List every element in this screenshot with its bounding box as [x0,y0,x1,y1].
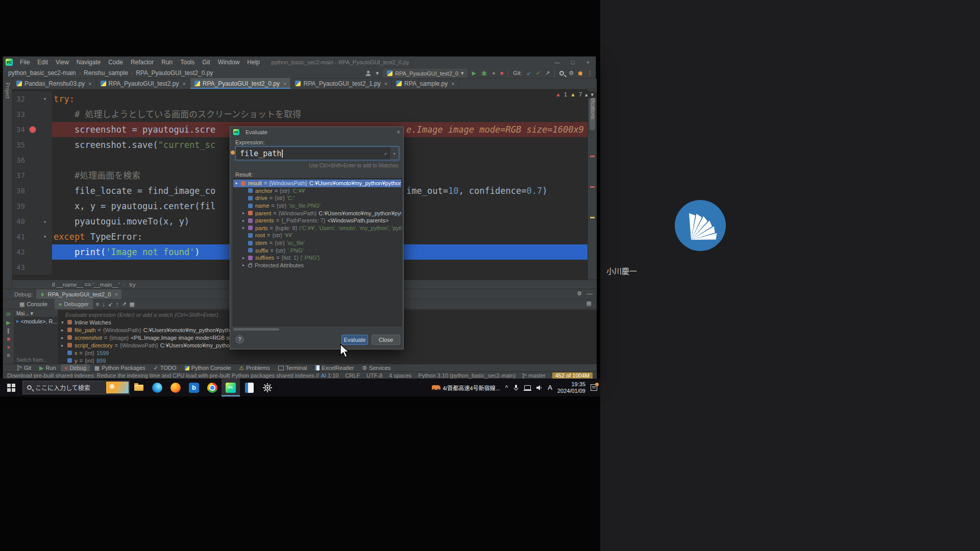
caret-position[interactable]: 1:10 [328,372,338,379]
fold-marker-icon[interactable]: ▾ [38,229,52,244]
dialog-close-icon[interactable]: × [397,129,400,136]
git-branch-widget[interactable]: master [522,372,546,379]
expression-input[interactable]: file_path ↗ ▾ [235,146,399,160]
toolwindow-python-packages[interactable]: ▦ Python Packages [91,364,149,372]
tab-rpa-test2[interactable]: RPA_PyautoGUI_test2.py × [96,78,190,89]
tab-rpa-test2-1[interactable]: RPA_PyautoGUI_test2_1.py × [291,78,392,89]
expand-editor-icon[interactable]: ↗ [381,151,389,156]
tree-row[interactable]: ▸ parts = {tuple: 8} ('C:¥¥', 'Users', '… [233,224,401,232]
toolwindow-terminal[interactable]: Terminal [275,364,311,372]
next-problem-icon[interactable]: ▾ [591,92,594,97]
prev-problem-icon[interactable]: ▴ [585,92,588,97]
run-configuration-select[interactable]: RPA_PyautoGUI_test2_0 ▾ [383,69,467,78]
tree-row[interactable]: stem = {str} 'sc_file' [233,239,401,247]
pause-icon[interactable]: ∥ [7,328,10,334]
close-dialog-button[interactable]: Close [372,335,400,345]
gutter[interactable] [38,198,52,214]
run-button[interactable]: ▶ [472,70,476,76]
breadcrumb-module[interactable]: Renshu_sample [84,69,128,77]
search-everywhere-icon[interactable] [559,71,564,76]
gutter[interactable] [38,244,52,260]
warning-stripe-mark[interactable] [590,217,595,218]
debug-minimize-icon[interactable]: — [587,291,593,296]
variable-row[interactable]: x = {int} 1599 [58,349,597,357]
settings-button[interactable] [258,379,277,396]
tab-close-icon[interactable]: × [88,81,91,87]
view-breakpoints-icon[interactable]: ● [7,344,10,350]
protected-attributes-row[interactable]: ▸ Protected Attributes [233,262,401,269]
tab-rpa-sample[interactable]: RPA_sample.py × [392,78,459,89]
menu-file[interactable]: File [16,57,33,68]
line-number[interactable]: 33 [12,107,38,122]
menu-navigate[interactable]: Navigate [73,57,104,68]
step-over-icon[interactable]: ↓ [102,302,105,307]
menu-view[interactable]: View [52,57,72,68]
git-push-icon[interactable]: ↗ [545,70,550,76]
toolwindow-excelreader[interactable]: ExcelReader [311,364,357,372]
taskbar-search-input[interactable]: ここに入力して検索 [22,381,130,394]
stop-icon[interactable]: ■ [7,336,10,342]
tab-close-icon[interactable]: × [384,81,387,87]
interpreter-indicator[interactable]: Python 3.10 (python_basic_sec2-main) [418,372,516,379]
horizontal-scrollbar[interactable] [233,328,401,331]
line-number[interactable]: 37 [12,168,38,183]
code-text[interactable]: # 処理しようとしている画面のスクリーンショットを取得 [52,107,587,122]
expand-icon[interactable]: ▸ [242,226,248,230]
run-to-cursor-icon[interactable]: ↗ [121,302,126,307]
tab-pandas-renshu03[interactable]: Pandas_Renshu03.py × [12,78,96,89]
debugger-tab[interactable]: ● Debugger [55,299,93,309]
history-dropdown-icon[interactable]: ▾ [389,147,399,160]
expand-icon[interactable]: ▸ [242,211,248,215]
restore-layout-icon[interactable]: ≡ [96,302,99,307]
inspection-widget[interactable]: ▲1 ▲7 ▴ ▾ [552,91,597,98]
variable-row[interactable]: y = {int} 899 [58,357,597,364]
toolwindow-git[interactable]: Git [13,364,35,372]
git-update-icon[interactable]: ↙ [526,70,531,76]
gutter[interactable] [38,107,52,122]
scrollbar-thumb[interactable] [590,98,595,130]
tree-row[interactable]: ▸ parent = {WindowsPath} C:¥Users¥omoto¥… [233,209,401,217]
line-number[interactable]: 36 [12,153,38,168]
news-widget[interactable]: 4/首都高速4号新宿線... [432,384,500,392]
line-number[interactable]: 35 [12,137,38,153]
expand-icon[interactable]: ▸ [242,256,248,260]
tree-row[interactable]: suffix = {str} '.PNG' [233,246,401,254]
code-text[interactable]: try: [52,91,587,107]
error-stripe-mark[interactable] [590,186,595,188]
resume-icon[interactable]: ▶ [6,320,10,325]
evaluate-button[interactable]: Evaluate [341,335,368,345]
help-button[interactable]: ? [235,335,244,344]
tree-row[interactable]: name = {str} 'sc_file.PNG' [233,202,401,210]
git-commit-icon[interactable]: ✓ [536,70,541,76]
show-hidden-icons-chevron[interactable]: ^ [505,385,508,391]
step-into-icon[interactable]: ↙ [108,302,113,307]
line-number[interactable]: 32 [12,91,38,107]
expand-icon[interactable]: ▸ [242,263,248,267]
debug-session-tab[interactable]: RPA_PyautoGUI_test2_0 × [36,289,121,299]
edge-button[interactable] [148,379,166,396]
breadcrumb-block[interactable]: try [129,282,135,288]
toolwindow-debug[interactable]: ● Debug [61,364,90,372]
start-button[interactable] [0,379,22,396]
breakpoint-icon[interactable] [29,126,36,133]
tree-row[interactable]: anchor = {str} 'C:¥¥' [233,187,401,195]
always-download-link[interactable]: Always download [321,372,326,379]
gutter[interactable] [38,183,52,198]
line-number[interactable]: 41 [12,229,38,244]
step-out-icon[interactable]: ↑ [116,302,119,307]
fold-marker-icon[interactable]: ▾ [38,91,52,107]
breadcrumb-project[interactable]: python_basic_sec2-main [8,69,76,77]
tab-close-icon[interactable]: × [283,81,286,87]
gutter[interactable] [38,137,52,153]
action-center-icon[interactable] [591,384,597,391]
b-app-button[interactable]: b [185,379,203,396]
menu-edit[interactable]: Edit [34,57,52,68]
evaluate-expression-icon[interactable]: ▦ [130,302,135,307]
menu-code[interactable]: Code [105,57,127,68]
expand-icon[interactable]: ▾ [235,181,241,186]
line-number[interactable]: 39 [12,198,38,214]
user-dropdown-icon[interactable]: ▾ [376,70,379,76]
ime-indicator[interactable]: A [548,384,552,391]
editor-scrollbar[interactable]: Notifications [587,89,597,280]
line-number[interactable]: 42 [12,244,38,260]
